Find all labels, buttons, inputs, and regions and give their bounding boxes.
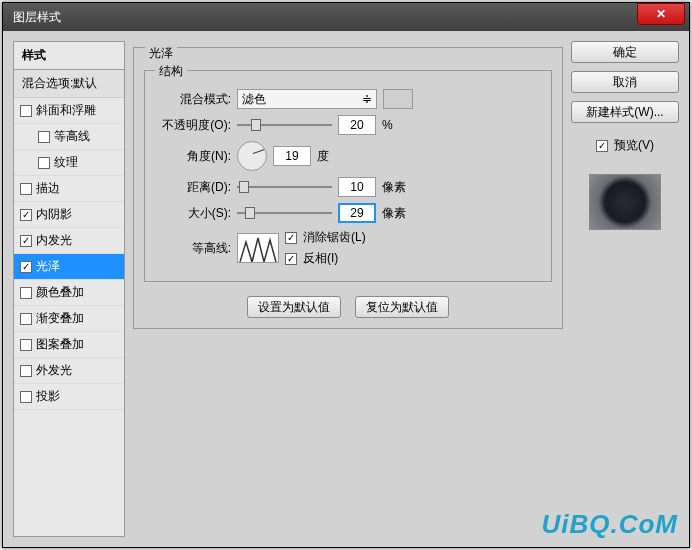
main-panel: 光泽 结构 混合模式: 滤色 ≑ 不透明度( xyxy=(133,41,563,537)
sidebar-item-8[interactable]: 渐变叠加 xyxy=(14,306,124,332)
angle-dial[interactable] xyxy=(237,141,267,171)
sidebar-item-10[interactable]: 外发光 xyxy=(14,358,124,384)
sidebar-header: 样式 xyxy=(14,42,124,70)
set-default-button[interactable]: 设置为默认值 xyxy=(247,296,341,318)
sidebar-item-9[interactable]: 图案叠加 xyxy=(14,332,124,358)
distance-slider[interactable] xyxy=(237,179,332,195)
ok-button[interactable]: 确定 xyxy=(571,41,679,63)
invert-label: 反相(I) xyxy=(303,250,338,267)
structure-label: 结构 xyxy=(155,63,187,80)
contour-icon xyxy=(238,234,279,263)
sidebar-item-2[interactable]: 纹理 xyxy=(14,150,124,176)
sidebar-item-label: 光泽 xyxy=(36,258,60,275)
sidebar-item-1[interactable]: 等高线 xyxy=(14,124,124,150)
structure-group: 结构 混合模式: 滤色 ≑ 不透明度(O): 20 xyxy=(144,70,552,282)
titlebar: 图层样式 ✕ xyxy=(3,3,689,31)
pixels-unit-1: 像素 xyxy=(382,179,406,196)
invert-checkbox[interactable] xyxy=(285,253,297,265)
close-button[interactable]: ✕ xyxy=(637,3,685,25)
blend-mode-label: 混合模式: xyxy=(153,91,231,108)
sidebar-item-checkbox[interactable] xyxy=(38,131,50,143)
sidebar-item-0[interactable]: 斜面和浮雕 xyxy=(14,98,124,124)
sidebar-item-label: 纹理 xyxy=(54,154,78,171)
sidebar-item-checkbox[interactable] xyxy=(20,287,32,299)
watermark: UiBQ.CoM xyxy=(541,509,678,540)
content-area: 样式 混合选项:默认 斜面和浮雕等高线纹理描边内阴影内发光光泽颜色叠加渐变叠加图… xyxy=(3,31,689,547)
sidebar-item-label: 外发光 xyxy=(36,362,72,379)
chevron-updown-icon: ≑ xyxy=(362,92,372,106)
preview-checkbox-row[interactable]: 预览(V) xyxy=(596,137,654,154)
reset-default-button[interactable]: 复位为默认值 xyxy=(355,296,449,318)
sidebar-item-label: 斜面和浮雕 xyxy=(36,102,96,119)
window-title: 图层样式 xyxy=(13,9,61,26)
sidebar-item-3[interactable]: 描边 xyxy=(14,176,124,202)
sidebar-item-checkbox[interactable] xyxy=(20,313,32,325)
sidebar-item-checkbox[interactable] xyxy=(20,183,32,195)
sidebar-item-checkbox[interactable] xyxy=(20,365,32,377)
sidebar-item-7[interactable]: 颜色叠加 xyxy=(14,280,124,306)
antialias-label: 消除锯齿(L) xyxy=(303,229,366,246)
new-style-button[interactable]: 新建样式(W)... xyxy=(571,101,679,123)
panel-title: 光泽 xyxy=(145,45,177,62)
angle-input[interactable]: 19 xyxy=(273,146,311,166)
sidebar-item-checkbox[interactable] xyxy=(20,261,32,273)
size-input[interactable]: 29 xyxy=(338,203,376,223)
antialias-checkbox[interactable] xyxy=(285,232,297,244)
percent-unit: % xyxy=(382,118,393,132)
opacity-slider[interactable] xyxy=(237,117,332,133)
sidebar-item-label: 图案叠加 xyxy=(36,336,84,353)
sidebar-item-label: 等高线 xyxy=(54,128,90,145)
sidebar-item-checkbox[interactable] xyxy=(20,235,32,247)
sidebar-item-11[interactable]: 投影 xyxy=(14,384,124,410)
sidebar-item-4[interactable]: 内阴影 xyxy=(14,202,124,228)
preview-thumbnail xyxy=(589,174,661,230)
sidebar-item-checkbox[interactable] xyxy=(38,157,50,169)
size-label: 大小(S): xyxy=(153,205,231,222)
opacity-input[interactable]: 20 xyxy=(338,115,376,135)
blend-mode-value: 滤色 xyxy=(242,91,266,108)
sidebar-item-checkbox[interactable] xyxy=(20,339,32,351)
sidebar-item-label: 内发光 xyxy=(36,232,72,249)
distance-label: 距离(D): xyxy=(153,179,231,196)
sidebar-item-label: 投影 xyxy=(36,388,60,405)
blend-mode-select[interactable]: 滤色 ≑ xyxy=(237,89,377,109)
sidebar-item-label: 颜色叠加 xyxy=(36,284,84,301)
size-slider[interactable] xyxy=(237,205,332,221)
sidebar-item-checkbox[interactable] xyxy=(20,105,32,117)
preview-label: 预览(V) xyxy=(614,137,654,154)
contour-picker[interactable] xyxy=(237,233,279,263)
sidebar-item-label: 渐变叠加 xyxy=(36,310,84,327)
antialias-checkbox-row[interactable]: 消除锯齿(L) xyxy=(285,229,366,246)
right-button-column: 确定 取消 新建样式(W)... 预览(V) xyxy=(571,41,679,537)
distance-input[interactable]: 10 xyxy=(338,177,376,197)
contour-label: 等高线: xyxy=(153,240,231,257)
style-list-sidebar: 样式 混合选项:默认 斜面和浮雕等高线纹理描边内阴影内发光光泽颜色叠加渐变叠加图… xyxy=(13,41,125,537)
invert-checkbox-row[interactable]: 反相(I) xyxy=(285,250,366,267)
sidebar-item-checkbox[interactable] xyxy=(20,391,32,403)
panel-group: 结构 混合模式: 滤色 ≑ 不透明度(O): 20 xyxy=(133,47,563,329)
sidebar-item-6[interactable]: 光泽 xyxy=(14,254,124,280)
sidebar-item-checkbox[interactable] xyxy=(20,209,32,221)
opacity-label: 不透明度(O): xyxy=(153,117,231,134)
preview-checkbox[interactable] xyxy=(596,140,608,152)
layer-style-window: 图层样式 ✕ 样式 混合选项:默认 斜面和浮雕等高线纹理描边内阴影内发光光泽颜色… xyxy=(2,2,690,548)
blending-options-item[interactable]: 混合选项:默认 xyxy=(14,70,124,98)
close-icon: ✕ xyxy=(656,7,666,21)
degree-unit: 度 xyxy=(317,148,329,165)
sidebar-item-label: 描边 xyxy=(36,180,60,197)
cancel-button[interactable]: 取消 xyxy=(571,71,679,93)
sidebar-item-5[interactable]: 内发光 xyxy=(14,228,124,254)
pixels-unit-2: 像素 xyxy=(382,205,406,222)
color-swatch[interactable] xyxy=(383,89,413,109)
sidebar-item-label: 内阴影 xyxy=(36,206,72,223)
angle-label: 角度(N): xyxy=(153,148,231,165)
